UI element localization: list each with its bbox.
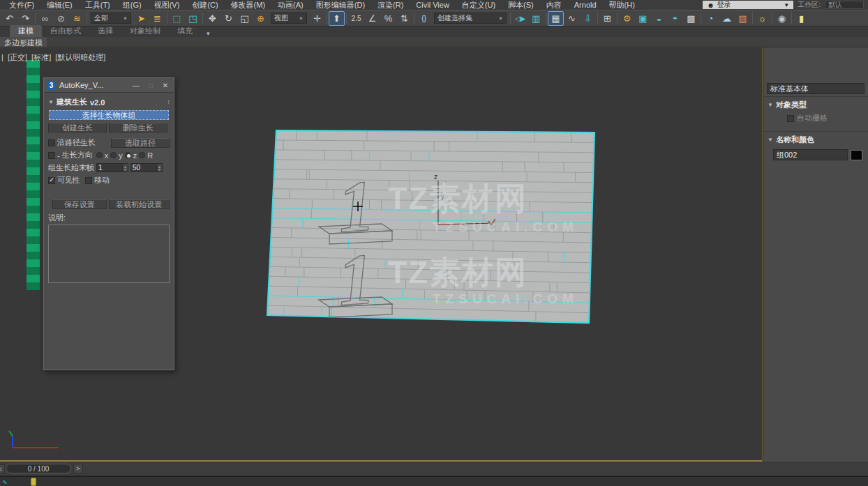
render-window-icon[interactable]: ▨ xyxy=(735,11,751,26)
select-by-name-icon[interactable]: ≣ xyxy=(149,11,165,26)
cloud-render-icon[interactable]: ☁ xyxy=(719,11,735,26)
delete-growth-button[interactable]: 删除生长 xyxy=(109,123,167,132)
viewport-shading-label[interactable]: [默认明暗处理] xyxy=(55,53,105,61)
spinner-field[interactable]: 1▲▼ xyxy=(96,163,128,172)
pick-path-button[interactable]: 选取路径 xyxy=(111,138,170,148)
menu-item-3[interactable]: 组(G) xyxy=(117,0,148,10)
select-and-link-icon[interactable]: ∞ xyxy=(37,11,53,26)
material-slot-icon[interactable]: ▮ xyxy=(793,11,809,26)
time-slider-handle[interactable] xyxy=(31,478,36,486)
rollout-object-type[interactable]: ▼ 对象类型 xyxy=(763,96,868,112)
rectangular-selection-region-icon[interactable]: ⬚ xyxy=(169,11,185,26)
viewport-standard-label[interactable]: [标准] xyxy=(31,53,51,61)
save-settings-button[interactable]: 保存设置 xyxy=(52,199,107,209)
window-crossing-icon[interactable]: ◳ xyxy=(185,11,201,26)
menu-item-0[interactable]: 文件(F) xyxy=(3,0,40,10)
ribbon-minimize-icon[interactable]: ▾ xyxy=(201,30,216,37)
minimize-icon[interactable]: — xyxy=(130,82,142,89)
select-and-rotate-icon[interactable]: ↻ xyxy=(220,11,237,26)
select-growth-group-button[interactable]: 选择生长物体组 xyxy=(49,110,169,120)
angle-snap-icon[interactable]: ∠ xyxy=(364,11,380,26)
viewport-label[interactable]: | [正交] [标准] [默认明暗处理] xyxy=(1,52,107,63)
close-icon[interactable]: ✕ xyxy=(160,82,171,89)
spinner-field[interactable]: 50▲▼ xyxy=(130,163,163,172)
vmrs-checkbox-1[interactable] xyxy=(85,177,92,184)
autogrid-checkbox[interactable] xyxy=(787,115,794,122)
menu-item-9[interactable]: 渲染(R) xyxy=(371,0,410,10)
maximize-icon[interactable]: □ xyxy=(145,82,156,89)
ribbon-tab-4[interactable]: 填充 xyxy=(169,25,201,37)
dialog-titlebar[interactable]: 3 AutoKey_V... — □ ✕ xyxy=(44,78,174,93)
select-and-move-icon[interactable]: ✥ xyxy=(204,11,220,26)
load-initial-settings-button[interactable]: 装载初始设置 xyxy=(109,199,170,209)
ribbon-tab-1[interactable]: 自由形式 xyxy=(42,25,89,37)
spinner-snap-icon[interactable]: ⇅ xyxy=(396,11,412,26)
menu-item-13[interactable]: 内容 xyxy=(540,0,568,10)
viewport[interactable]: | [正交] [标准] [默认明暗处理] 11zyx TZ素材网 TZSUCAI… xyxy=(0,47,763,462)
bind-to-space-warp-icon[interactable]: ≋ xyxy=(69,11,85,26)
axis-radio-R[interactable] xyxy=(139,152,145,158)
axis-radio-y[interactable] xyxy=(110,152,117,158)
mirror-icon[interactable]: ◁▶ xyxy=(512,11,528,26)
select-object-icon[interactable]: ➤ xyxy=(133,11,149,26)
vmrs-checkbox-0[interactable] xyxy=(48,177,55,184)
menu-item-8[interactable]: 图形编辑器(D) xyxy=(310,0,371,10)
rendered-frame-window-icon[interactable]: ▣ xyxy=(635,11,651,26)
mini-curve-editor-icon[interactable]: ∿ xyxy=(2,478,8,485)
menu-item-10[interactable]: Civil View xyxy=(410,0,455,10)
render-presets-icon[interactable]: ▩ xyxy=(683,11,699,26)
path-growth-checkbox[interactable] xyxy=(48,139,55,146)
menu-item-1[interactable]: 编辑(E) xyxy=(40,0,79,10)
menu-item-4[interactable]: 视图(V) xyxy=(148,0,186,10)
redo-icon[interactable]: ↷ xyxy=(17,11,33,26)
axis-radio-x[interactable] xyxy=(96,152,103,158)
ribbon-tab-0[interactable]: 建模 xyxy=(10,25,42,37)
render-setup-icon[interactable]: ⚙ xyxy=(619,11,635,26)
layer-explorer-icon[interactable]: ∿ xyxy=(564,11,580,26)
rollout-name-and-color[interactable]: ▼ 名称和颜色 xyxy=(763,131,868,146)
track-bar[interactable]: ∿ xyxy=(0,476,868,486)
primitive-type-dropdown[interactable]: 标准基本体 xyxy=(767,83,865,94)
rollout-building-growth[interactable]: ▼ 建筑生长 v2.0 ⁞ xyxy=(48,97,170,107)
next-frame-button[interactable]: > xyxy=(73,464,83,473)
snaps-toggle-icon[interactable]: 2.5 xyxy=(348,11,364,26)
ribbon-toggle-icon[interactable]: ⇩ xyxy=(580,11,596,26)
wall-object[interactable] xyxy=(267,130,594,323)
named-selection-set-dropdown[interactable]: 创建选择集▼ xyxy=(434,13,507,24)
edit-named-selection-sets-icon[interactable]: {} xyxy=(416,11,432,26)
use-pivot-center-icon[interactable]: ✛ xyxy=(309,11,325,26)
align-icon[interactable]: ▥ xyxy=(528,11,544,26)
keyboard-override-toggle-icon[interactable]: ⬆ xyxy=(329,11,345,26)
menu-item-5[interactable]: 创建(C) xyxy=(186,0,224,10)
menu-item-14[interactable]: Arnold xyxy=(568,0,603,10)
activeshade-icon[interactable]: ◔ xyxy=(703,11,719,26)
camera-icon[interactable]: ◉ xyxy=(774,11,790,26)
render-production-icon[interactable]: ◒ xyxy=(651,11,667,26)
object-name-field[interactable]: 组002 xyxy=(773,149,848,160)
ribbon-tab-3[interactable]: 对象绘制 xyxy=(121,25,169,37)
select-and-place-icon[interactable]: ⊕ xyxy=(253,11,269,26)
render-iterative-icon[interactable]: ◓ xyxy=(667,11,683,26)
direction-checkbox[interactable] xyxy=(48,152,55,159)
autokey-dialog[interactable]: 3 AutoKey_V... — □ ✕ ▼ 建筑生长 v2.0 ⁞ 选择生长物… xyxy=(43,77,174,370)
menu-item-6[interactable]: 修改器(M) xyxy=(225,0,272,10)
menu-item-12[interactable]: 脚本(S) xyxy=(502,0,540,10)
selection-filter-dropdown[interactable]: 全部▼ xyxy=(91,13,131,24)
viewport-pov-label[interactable]: [正交] xyxy=(8,53,27,61)
menu-item-2[interactable]: 工具(T) xyxy=(79,0,117,10)
workspace-selector[interactable]: 默认 xyxy=(825,1,864,9)
create-growth-button[interactable]: 创建生长 xyxy=(48,123,107,132)
select-and-scale-icon[interactable]: ◱ xyxy=(237,11,253,26)
menu-item-11[interactable]: 自定义(U) xyxy=(456,0,502,10)
menu-item-15[interactable]: 帮助(H) xyxy=(603,0,641,10)
unlink-selection-icon[interactable]: ⊘ xyxy=(53,11,69,26)
object-color-swatch[interactable] xyxy=(851,150,862,160)
login-button[interactable]: ☻ 登录 ▼ xyxy=(703,1,793,9)
tab-polygon-modeling[interactable]: 多边形建模 xyxy=(0,37,47,47)
reference-coordinate-dropdown[interactable]: 视图▼ xyxy=(271,13,307,24)
menu-item-7[interactable]: 动画(A) xyxy=(271,0,310,10)
scene-explorer-icon[interactable]: ▦ xyxy=(548,11,564,26)
undo-icon[interactable]: ↶ xyxy=(1,11,17,26)
ribbon-tab-2[interactable]: 选择 xyxy=(89,25,121,37)
default-lighting-icon[interactable]: ☼ xyxy=(754,11,770,26)
